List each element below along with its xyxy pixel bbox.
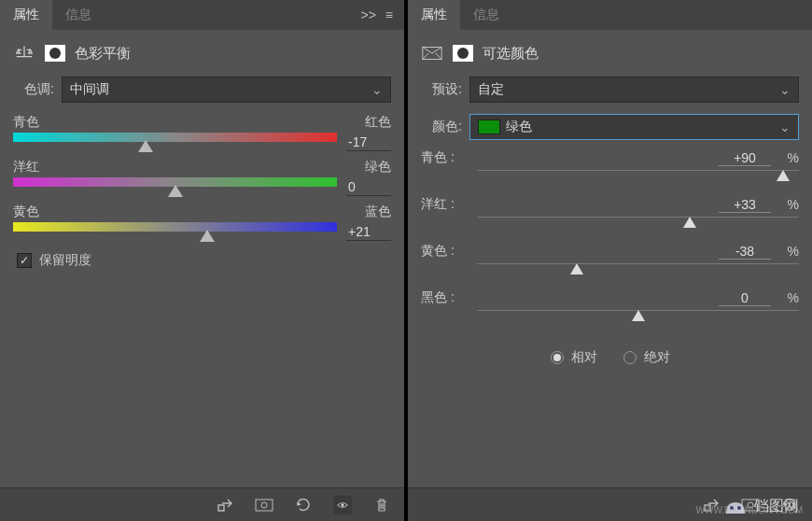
channel-row-1: 洋红 : +33 % (408, 192, 812, 213)
slider-row-2: 黄色 蓝色 +21 (0, 198, 404, 243)
tab-properties[interactable]: 属性 (0, 0, 52, 31)
preserve-luminosity-label: 保留明度 (39, 252, 91, 269)
slider-thumb[interactable] (683, 217, 696, 228)
view-previous-icon[interactable] (255, 496, 273, 514)
svg-point-2 (342, 503, 344, 506)
slider-left-label: 洋红 (13, 159, 39, 176)
channel-slider[interactable] (477, 310, 799, 325)
color-select[interactable]: 绿色 (469, 114, 799, 140)
channel-value[interactable]: +33 (719, 197, 771, 213)
tab-bar: 属性 信息 >> ≡ (0, 0, 404, 30)
color-balance-panel: 属性 信息 >> ≡ 色彩平衡 色调: 中间调 青色 红色 -17 (0, 0, 404, 521)
percent-unit: % (771, 150, 799, 165)
channel-label: 洋红 : (421, 196, 477, 213)
mask-icon (453, 45, 473, 62)
slider-track[interactable] (13, 222, 337, 232)
slider-right-label: 蓝色 (365, 204, 391, 220)
tab-properties[interactable]: 属性 (408, 0, 460, 31)
channel-value[interactable]: -38 (719, 244, 771, 260)
panel-menu-icon[interactable]: ≡ (385, 7, 393, 22)
tab-info[interactable]: 信息 (460, 0, 512, 31)
slider-track[interactable] (13, 133, 337, 142)
svg-point-7 (737, 506, 741, 510)
channel-slider[interactable] (477, 170, 799, 185)
slider-value[interactable]: +21 (346, 223, 391, 241)
logo-watermark: 铛图网 (722, 495, 799, 517)
channel-row-2: 黄色 : -38 % (408, 239, 812, 260)
preset-select[interactable]: 自定 (469, 77, 799, 103)
reset-icon[interactable] (294, 496, 313, 514)
channel-row-3: 黑色 : 0 % (408, 286, 812, 306)
slider-right-label: 绿色 (365, 159, 391, 176)
relative-radio[interactable]: 相对 (551, 349, 597, 366)
preserve-luminosity-checkbox[interactable]: ✓ (17, 253, 32, 268)
slider-thumb[interactable] (168, 185, 183, 197)
slider-left-label: 黄色 (13, 204, 39, 220)
slider-thumb[interactable] (632, 310, 645, 321)
slider-track[interactable] (13, 177, 337, 187)
clip-to-layer-icon[interactable] (216, 496, 234, 514)
slider-right-label: 红色 (365, 114, 391, 131)
tone-label: 色调: (13, 81, 54, 98)
percent-unit: % (771, 290, 799, 305)
absolute-radio[interactable]: 绝对 (623, 349, 670, 366)
panel-footer (0, 487, 404, 521)
slider-value[interactable]: -17 (346, 134, 391, 151)
balance-icon (13, 43, 35, 63)
color-label: 颜色: (421, 119, 462, 135)
tone-select[interactable]: 中间调 (62, 77, 391, 103)
svg-rect-0 (256, 500, 273, 511)
slider-value[interactable]: 0 (346, 178, 391, 196)
selective-color-icon (421, 43, 443, 63)
selective-color-panel: PS设计教程网 WWW.MISSYUAN.NET 属性 信息 可选颜色 预设: … (408, 0, 812, 521)
slider-row-0: 青色 红色 -17 (0, 108, 404, 153)
svg-point-6 (730, 506, 734, 510)
mask-icon (45, 45, 65, 62)
radio-dot (623, 351, 637, 364)
tab-info[interactable]: 信息 (52, 0, 105, 31)
slider-thumb[interactable] (570, 263, 583, 275)
channel-label: 黄色 : (421, 243, 477, 260)
delete-icon[interactable] (372, 496, 391, 514)
panel-title: 可选颜色 (483, 45, 539, 63)
collapse-icon[interactable]: >> (360, 7, 375, 22)
tab-bar: 属性 信息 (408, 0, 812, 30)
percent-unit: % (771, 197, 799, 212)
svg-point-1 (261, 502, 267, 508)
percent-unit: % (771, 244, 799, 259)
slider-thumb[interactable] (200, 230, 215, 242)
panel-title: 色彩平衡 (75, 45, 131, 63)
channel-value[interactable]: 0 (719, 290, 771, 306)
channel-label: 青色 : (421, 149, 477, 166)
slider-left-label: 青色 (13, 114, 39, 131)
preset-label: 预设: (421, 81, 462, 98)
channel-slider[interactable] (477, 217, 799, 232)
channel-label: 黑色 : (421, 289, 477, 306)
slider-thumb[interactable] (777, 170, 790, 181)
visibility-icon[interactable] (333, 496, 352, 514)
channel-row-0: 青色 : +90 % (408, 146, 812, 166)
method-radio-group: 相对 绝对 (408, 332, 812, 383)
slider-row-1: 洋红 绿色 0 (0, 153, 404, 198)
radio-dot (551, 351, 564, 364)
color-swatch (478, 120, 500, 134)
slider-thumb[interactable] (138, 140, 153, 152)
channel-value[interactable]: +90 (719, 150, 771, 166)
channel-slider[interactable] (477, 263, 799, 278)
